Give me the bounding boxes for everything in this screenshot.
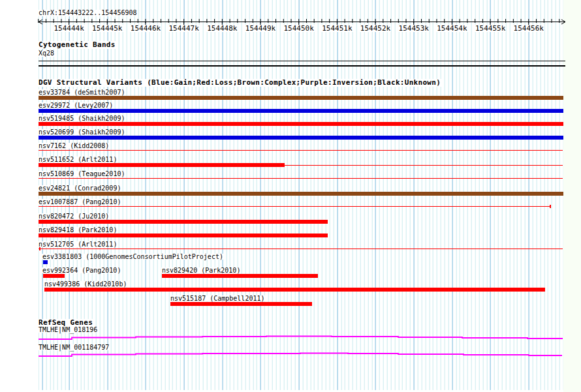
dgv-track-label: nsv820472 (Ju2010): [38, 213, 110, 219]
ruler-tick-label: 154455k: [475, 25, 506, 32]
dgv-variant-span-line[interactable]: [39, 150, 563, 151]
ruler-tick-label: 154453k: [398, 25, 430, 32]
ruler-tick-label: 154456k: [513, 25, 544, 32]
dgv-variants-heading: DGV Structural Variants (Blue:Gain;Red:L…: [38, 79, 441, 87]
dgv-variant-span-line[interactable]: [39, 249, 563, 249]
refseq-gene-label: TMLHE|NM_018196: [38, 327, 98, 333]
dgv-track-label: nsv511652 (Arlt2011): [38, 157, 118, 162]
dgv-track-label: nsv829418 (Park2010): [38, 227, 118, 233]
ruler-tick-label: 154450k: [283, 25, 314, 32]
refseq-gene-label: TMLHE|NM_001184797: [38, 344, 110, 350]
dgv-variant-bar[interactable]: [39, 96, 563, 100]
dgv-variant-bar[interactable]: [43, 274, 65, 278]
dgv-variant-bar[interactable]: [39, 192, 563, 196]
dgv-track-label: nsv512705 (Arlt2011): [38, 241, 118, 247]
ruler-tick-label: 154449k: [245, 25, 276, 32]
cytoband-box-line: [39, 61, 565, 61]
dgv-variant-bar[interactable]: [44, 288, 545, 292]
dgv-variant-bar[interactable]: [39, 234, 328, 237]
dgv-track-label: nsv515187 (Campbell2011): [170, 295, 266, 301]
dgv-track-label: nsv499386 (Kidd2010b): [44, 281, 127, 287]
region-title: chrX:154443222..154456908: [38, 10, 138, 16]
dgv-track-label: nsv829420 (Park2010): [161, 267, 241, 273]
dgv-track-label: esv1007887 (Pang2010): [38, 199, 121, 205]
dgv-track-label: esv3381803 (1000GenomesConsortiumPilotPr…: [42, 254, 224, 260]
dgv-track-label: esv29972 (Levy2007): [38, 102, 114, 108]
dgv-variant-span-line[interactable]: [285, 165, 563, 166]
ruler-tick-label: 154445k: [91, 25, 123, 32]
genome-browser-view: chrX:154443222..154456908 Cytogenetic Ba…: [0, 0, 581, 392]
right-margin: [563, 0, 581, 392]
dgv-variant-bar[interactable]: [162, 274, 318, 278]
ruler-tick-label: 154446k: [130, 25, 161, 32]
dgv-variant-bar[interactable]: [39, 122, 563, 126]
dgv-track-label: nsv520699 (Shaikh2009): [38, 129, 125, 135]
dgv-track-label: nsv510869 (Teague2010): [38, 171, 125, 177]
cytoband-box-line: [39, 65, 565, 67]
dgv-variant-bar[interactable]: [170, 302, 312, 306]
ruler-tick-label: 154454k: [436, 25, 467, 32]
dgv-variant-bar[interactable]: [39, 163, 285, 167]
cytogenetic-bands-heading: Cytogenetic Bands: [38, 41, 116, 49]
ruler-tick-label: 154451k: [321, 25, 353, 32]
dgv-variant-bar[interactable]: [39, 136, 563, 140]
dgv-track-label: nsv7162 (Kidd2008): [38, 143, 110, 149]
dgv-track-label: esv33784 (deSmith2007): [38, 89, 125, 95]
dgv-variant-bar[interactable]: [39, 109, 563, 113]
dgv-variant-span-line[interactable]: [39, 206, 550, 207]
dgv-variant-bar[interactable]: [39, 220, 328, 224]
cytoband-label[interactable]: Xq28: [38, 50, 55, 57]
dgv-track-label: nsv519485 (Shaikh2009): [38, 115, 125, 121]
ruler-tick-label: 154444k: [53, 25, 84, 32]
ruler-tick-label: 154448k: [206, 25, 238, 32]
dgv-variant-span-line[interactable]: [39, 178, 563, 179]
dgv-variant-point[interactable]: [43, 260, 48, 264]
ruler-tick-label: 154447k: [168, 25, 199, 32]
ruler-tick-label: 154452k: [360, 25, 391, 32]
dgv-track-label: esv24821 (Conrad2009): [38, 185, 121, 191]
dgv-track-label: esv992364 (Pang2010): [42, 267, 121, 273]
dgv-variant-end-tick: [550, 205, 551, 208]
